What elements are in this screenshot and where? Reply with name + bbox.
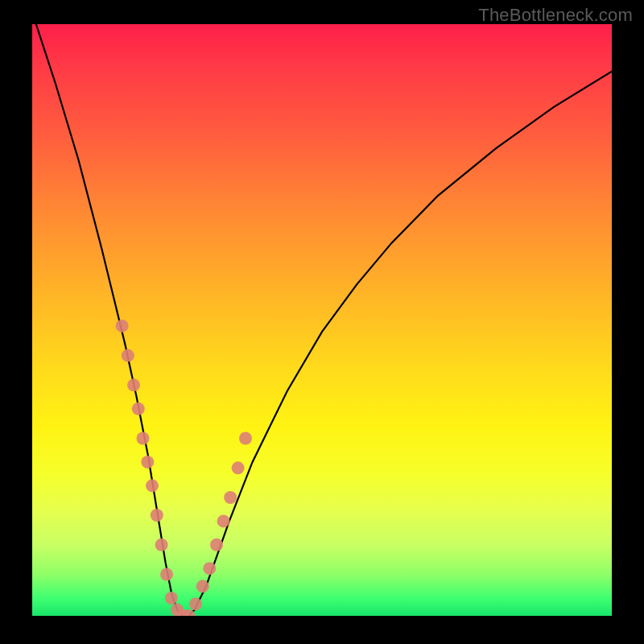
highlight-dot — [160, 568, 173, 581]
bottleneck-curve — [32, 24, 612, 616]
highlight-dot — [122, 349, 134, 362]
highlight-dot — [239, 432, 252, 445]
highlight-dot — [210, 539, 223, 551]
highlight-dot — [165, 592, 178, 605]
highlight-dot — [155, 539, 168, 551]
highlight-dot — [203, 562, 216, 575]
chart-frame: TheBottleneck.com — [0, 0, 644, 644]
highlight-dot — [217, 514, 230, 527]
highlight-dot — [141, 456, 154, 469]
highlight-dot — [151, 509, 163, 522]
highlight-dot — [189, 597, 202, 610]
watermark-text: TheBottleneck.com — [478, 5, 633, 26]
chart-svg — [32, 24, 612, 616]
highlight-dot — [132, 402, 145, 415]
highlight-dot — [224, 491, 237, 504]
highlight-dots — [116, 320, 252, 616]
highlight-dot — [196, 580, 209, 592]
highlight-dot — [116, 320, 129, 332]
highlight-dot — [146, 479, 159, 492]
plot-area — [32, 24, 612, 616]
highlight-dot — [127, 378, 140, 391]
highlight-dot — [232, 461, 245, 474]
highlight-dot — [137, 432, 150, 445]
